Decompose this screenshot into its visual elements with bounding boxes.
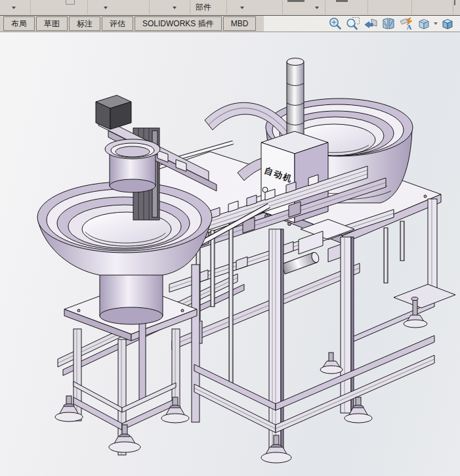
ribbon-separator: [190, 1, 190, 14]
clipped-ribbon-text: [287, 0, 304, 2]
tab-markup[interactable]: 标注: [69, 16, 100, 31]
tab-layout[interactable]: 布局: [3, 16, 35, 31]
clipped-ribbon-icon: [66, 0, 75, 5]
clipped-ribbon-text: [336, 0, 348, 2]
svg-text:A: A: [407, 23, 412, 31]
section-view-icon[interactable]: [381, 16, 396, 31]
previous-view-icon[interactable]: [364, 16, 378, 31]
tab-evaluate[interactable]: 评估: [102, 16, 133, 31]
dropdown-arrow-icon[interactable]: [173, 7, 177, 9]
tab-list: 布局 草图 标注 评估 SOLIDWORKS 插件 MBD: [3, 16, 256, 31]
ribbon-separator: [149, 1, 150, 14]
tab-sketch[interactable]: 草图: [36, 16, 68, 31]
dropdown-arrow-icon[interactable]: [240, 7, 244, 9]
display-style-icon[interactable]: [440, 16, 455, 31]
stepper-motor: [96, 95, 131, 129]
dropdown-arrow-icon[interactable]: [104, 7, 108, 9]
ribbon-separator: [226, 1, 227, 14]
ribbon-separator: [367, 1, 368, 14]
ribbon-separator: [325, 1, 325, 14]
hide-show-annotations-icon[interactable]: A: [399, 16, 413, 31]
dropdown-arrow-icon[interactable]: [315, 7, 319, 9]
tab-solidworks-addins[interactable]: SOLIDWORKS 插件: [135, 16, 222, 31]
tab-mbd[interactable]: MBD: [223, 16, 257, 31]
view-orientation-icon[interactable]: [417, 16, 431, 31]
ribbon-separator: [87, 1, 88, 14]
ribbon-group-label: 部件: [196, 2, 211, 13]
graphics-viewport[interactable]: 自动机: [0, 32, 460, 476]
small-bowl-feeder: [105, 139, 160, 192]
heads-up-view-toolbar: A: [328, 16, 455, 32]
ribbon-strip: 部件: [0, 0, 460, 16]
dropdown-arrow-icon[interactable]: [12, 7, 16, 9]
view-orientation-dropdown-arrow[interactable]: [434, 22, 438, 25]
zoom-to-fit-icon[interactable]: [328, 16, 343, 31]
command-manager-tabbar: 布局 草图 标注 评估 SOLIDWORKS 插件 MBD: [0, 16, 460, 32]
ribbon-separator: [453, 1, 453, 14]
ribbon-separator: [411, 1, 412, 14]
ribbon-separator: [30, 1, 31, 14]
ribbon-separator: [282, 1, 283, 14]
zoom-to-area-icon[interactable]: [346, 16, 360, 31]
cad-assembly-model: 自动机: [0, 32, 460, 476]
clipped-ribbon-text: [454, 0, 455, 5]
